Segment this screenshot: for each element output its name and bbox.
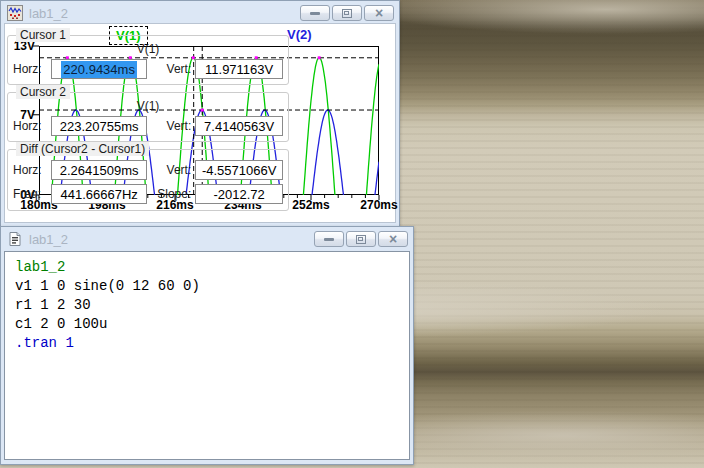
restore-button[interactable] — [346, 231, 376, 247]
cursor1-trace-name: V(1) — [13, 42, 283, 56]
minimize-button[interactable] — [300, 5, 330, 21]
cursor2-trace-name: V(1) — [13, 99, 283, 113]
close-icon: × — [389, 232, 397, 246]
close-button[interactable]: × — [364, 5, 394, 21]
diff-horz-field[interactable]: 2.2641509ms — [51, 160, 147, 180]
netlist-line: .tran 1 — [15, 334, 405, 353]
waveform-window-titlebar[interactable]: lab1_2 × — [1, 1, 399, 24]
x-axis-label: 252ms — [292, 198, 329, 212]
cursor1-group: Cursor 1 V(1) Horz: 220.9434ms Vert: 11.… — [7, 35, 289, 85]
netlist-line: r1 1 2 30 — [15, 296, 405, 315]
horz-label: Horz: — [13, 62, 49, 76]
freq-field[interactable]: 441.66667Hz — [51, 184, 147, 204]
horz-label: Horz: — [13, 119, 49, 133]
cursor2-vert-field[interactable]: 7.4140563V — [195, 116, 283, 136]
waveform-icon[interactable] — [7, 5, 23, 21]
cursor2-group-label: Cursor 2 — [16, 85, 70, 99]
diff-group-label: Diff (Cursor2 - Cursor1) — [16, 142, 149, 156]
cursor1-horz-field[interactable]: 220.9434ms — [51, 59, 147, 79]
minimize-icon — [310, 12, 320, 15]
vert-label: Vert: — [147, 62, 191, 76]
slope-field[interactable]: -2012.72 — [195, 184, 283, 204]
cursor1-horz-value: 220.9434ms — [61, 61, 137, 78]
vert-label: Vert: — [147, 163, 191, 177]
netlist-window-titlebar[interactable]: lab1_2 × — [1, 227, 413, 250]
netlist-line: lab1_2 — [15, 258, 405, 277]
netlist-line: c1 2 0 100u — [15, 315, 405, 334]
cursor1-vert-field[interactable]: 11.971163V — [195, 59, 283, 79]
restore-icon — [356, 235, 366, 244]
waveform-window-title: lab1_2 — [29, 6, 300, 21]
document-icon[interactable] — [7, 231, 23, 247]
minimize-button[interactable] — [314, 231, 344, 247]
minimize-icon — [324, 238, 334, 241]
cursor2-horz-field[interactable]: 223.20755ms — [51, 116, 147, 136]
diff-group: Diff (Cursor2 - Cursor1) Horz: 2.2641509… — [7, 149, 289, 211]
close-button[interactable]: × — [378, 231, 408, 247]
diff-vert-field[interactable]: -4.5571066V — [195, 160, 283, 180]
freq-label: Freq: — [13, 187, 49, 201]
close-icon: × — [375, 6, 383, 20]
netlist-window-title: lab1_2 — [29, 232, 314, 247]
restore-button[interactable] — [332, 5, 362, 21]
slope-label: Slope: — [147, 187, 191, 201]
restore-icon — [342, 9, 352, 18]
netlist-editor[interactable]: lab1_2 v1 1 0 sine(0 12 60 0) r1 1 2 30 … — [4, 251, 410, 460]
x-axis-label: 270ms — [360, 198, 397, 212]
cursor2-group: Cursor 2 V(1) Horz: 223.20755ms Vert: 7.… — [7, 92, 289, 142]
vert-label: Vert: — [147, 119, 191, 133]
netlist-line: v1 1 0 sine(0 12 60 0) — [15, 277, 405, 296]
netlist-window: lab1_2 × lab1_2 v1 1 0 sine(0 12 60 0) r… — [0, 226, 414, 465]
cursor1-group-label: Cursor 1 — [16, 28, 70, 42]
horz-label: Horz: — [13, 163, 49, 177]
